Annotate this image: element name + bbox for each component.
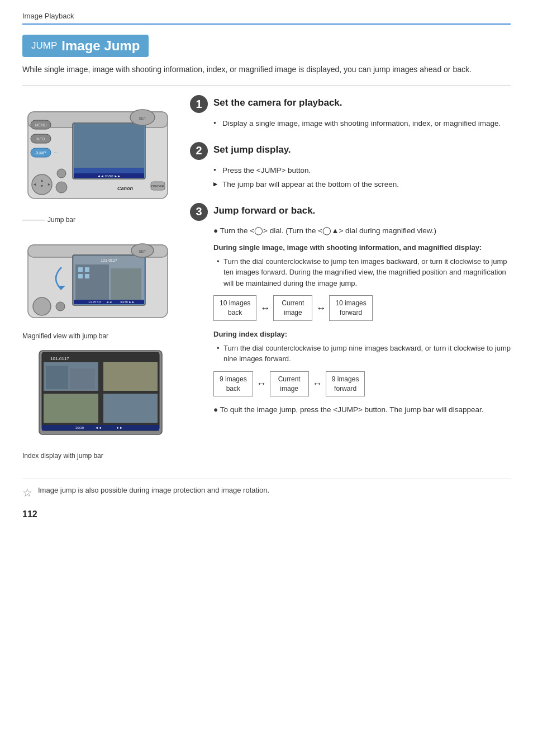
svg-point-22 — [57, 169, 66, 178]
step-1-body: Display a single image, image with shoot… — [213, 117, 511, 130]
step-3-number: 3 — [190, 203, 208, 221]
svg-point-44 — [33, 297, 51, 315]
diagram-index: 9 images back ↔ Current image ↔ 9 images… — [213, 371, 511, 397]
svg-rect-50 — [103, 362, 158, 391]
svg-rect-52 — [103, 394, 158, 423]
svg-text:30/30: 30/30 — [75, 426, 84, 429]
svg-text:►►: ►► — [116, 426, 123, 429]
diagram-single-left: 10 images back — [213, 295, 256, 321]
arrow-left-single: ↔ — [260, 300, 270, 316]
svg-text:JUMP: JUMP — [35, 151, 46, 155]
magnified-view-caption: Magnified view with jump bar — [22, 332, 179, 340]
svg-rect-32 — [78, 267, 83, 272]
tip-text: Image jump is also possible during image… — [38, 486, 269, 494]
svg-rect-33 — [85, 267, 89, 272]
diagram-single-right: 10 images forward — [329, 295, 372, 321]
page-container: Image Playback JUMP Image Jump While sin… — [0, 0, 533, 536]
svg-rect-51 — [44, 394, 98, 423]
step-3-title: Jump forward or back. — [213, 203, 315, 216]
svg-text:INFO.: INFO. — [36, 137, 46, 141]
svg-rect-35 — [85, 274, 89, 278]
index-display-caption: Index display with jump bar — [22, 452, 179, 460]
svg-text:101-0117: 101-0117 — [50, 356, 69, 361]
step-2-arrow-1: ▶ The jump bar will appear at the bottom… — [213, 178, 511, 191]
quit-text: ● To quit the image jump, press the <JUM… — [213, 404, 511, 415]
svg-text:◄◄: ◄◄ — [106, 300, 112, 304]
left-column: ◄◄ 30/30 ►► MENU INFO. JUMP ← SET — [22, 95, 190, 467]
svg-rect-31 — [111, 268, 141, 304]
magnified-view-diagram: 1/125 5.6 ◄◄ 30/30 ►► 101-0117 SET — [22, 234, 173, 329]
svg-text:ON/OFF: ON/OFF — [151, 185, 164, 188]
step-2-number: 2 — [190, 142, 208, 160]
svg-point-45 — [56, 302, 65, 311]
svg-text:←: ← — [53, 149, 59, 155]
diagram-single: 10 images back ↔ Current image ↔ 10 imag… — [213, 295, 511, 321]
diagram-index-center: Current image — [270, 371, 309, 397]
intro-text: While single image, image with shooting … — [22, 64, 511, 75]
step-1-block: 1 Set the camera for playback. Display a… — [190, 95, 511, 130]
footer-tip: ☆ Image jump is also possible during ima… — [22, 479, 511, 499]
step-1-title: Set the camera for playback. — [213, 95, 342, 108]
svg-text:SET: SET — [139, 116, 146, 120]
jump-bar-label: Jump bar — [22, 216, 179, 224]
step-2-body: Press the <JUMP> button. ▶ The jump bar … — [213, 164, 511, 191]
top-divider — [22, 86, 511, 86]
svg-text:SET: SET — [139, 249, 146, 253]
arrow-left-index: ↔ — [256, 376, 266, 392]
page-number: 112 — [22, 509, 511, 519]
svg-text:101-0117: 101-0117 — [101, 258, 117, 262]
diagram-index-right: 9 images forward — [326, 371, 365, 397]
svg-text:▲: ▲ — [40, 178, 44, 182]
svg-text:◄◄: ◄◄ — [95, 426, 102, 429]
step-3-dial-bullet: ● Turn the <◯> dial. (Turn the <◯▲> dial… — [213, 225, 511, 237]
step-2-block: 2 Set jump display. Press the <JUMP> but… — [190, 142, 511, 191]
title-jump-label: JUMP — [31, 40, 57, 51]
svg-text:30/30  ►►: 30/30 ►► — [120, 300, 135, 304]
arrow-right-single: ↔ — [316, 300, 326, 316]
svg-point-21 — [56, 182, 67, 193]
diagram-index-left: 9 images back — [213, 371, 253, 397]
step-1-number: 1 — [190, 95, 208, 113]
svg-text:1/125  5.6: 1/125 5.6 — [88, 300, 101, 304]
svg-text:▼: ▼ — [40, 184, 44, 188]
title-main-label: Image Jump — [61, 38, 140, 54]
quit-text-wrapper: ● To quit the image jump, press the <JUM… — [213, 404, 511, 415]
svg-rect-54 — [46, 366, 68, 389]
step-2-title: Set jump display. — [213, 142, 291, 155]
step-1-bullet-1: Display a single image, image with shoot… — [213, 117, 511, 130]
during-index-text: Turn the dial counterclockwise to jump n… — [213, 343, 511, 365]
during-single-text: Turn the dial counterclockwise to jump t… — [213, 256, 511, 289]
svg-rect-34 — [78, 274, 83, 278]
svg-text:◄◄  30/30  ►►: ◄◄ 30/30 ►► — [97, 174, 121, 178]
svg-text:MENU: MENU — [35, 123, 47, 127]
svg-text:►: ► — [47, 182, 51, 186]
title-box: JUMP Image Jump — [22, 35, 149, 57]
step-2-bullet-1: Press the <JUMP> button. — [213, 164, 511, 177]
during-single-label: During single image, image with shooting… — [213, 242, 511, 254]
step-3-body: ● Turn the <◯> dial. (Turn the <◯▲> dial… — [213, 225, 511, 416]
right-column: 1 Set the camera for playback. Display a… — [190, 95, 511, 467]
breadcrumb: Image Playback — [22, 11, 511, 25]
tip-icon: ☆ — [22, 486, 32, 499]
step-3-block: 3 Jump forward or back. ● Turn the <◯> d… — [190, 203, 511, 416]
during-index-label: During index display: — [213, 329, 511, 341]
arrow-right-index: ↔ — [312, 376, 322, 392]
svg-text:Canon: Canon — [117, 186, 134, 191]
svg-rect-55 — [70, 368, 95, 389]
content-area: ◄◄ 30/30 ►► MENU INFO. JUMP ← SET — [22, 95, 511, 467]
svg-text:◄: ◄ — [33, 182, 37, 186]
diagram-single-center: Current image — [273, 295, 312, 321]
camera-diagram-1: ◄◄ 30/30 ►► MENU INFO. JUMP ← SET — [22, 95, 173, 212]
index-display-diagram: 101-0117 30/30 — [22, 348, 173, 448]
